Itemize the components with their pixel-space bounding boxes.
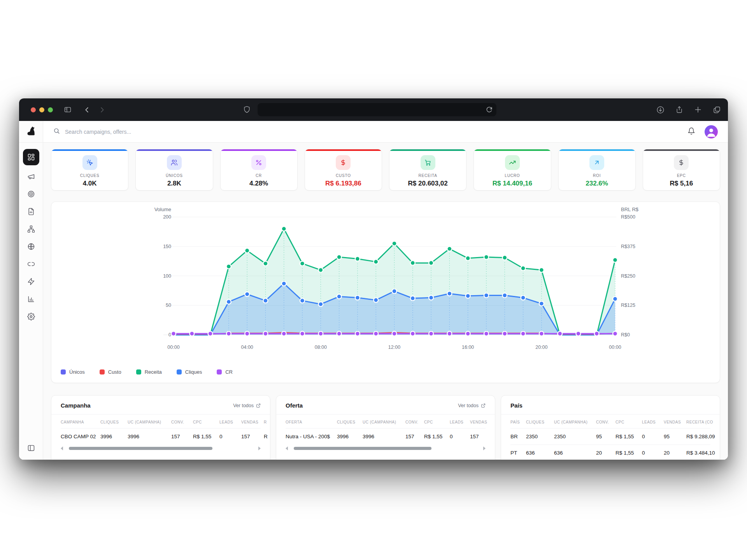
forward-icon[interactable] [98, 106, 106, 114]
kpi-accent-bar [474, 149, 551, 151]
scrollbar-track[interactable] [65, 447, 256, 450]
close-button[interactable] [31, 107, 36, 112]
table-row[interactable]: PT63663620R$ 1,55020R$ 3.484,10 [510, 445, 710, 460]
table-title: Oferta [286, 402, 303, 409]
sidebar-item-hierarchy[interactable] [25, 223, 37, 235]
svg-text:R$0: R$0 [621, 332, 630, 338]
panel-left-icon[interactable] [27, 444, 35, 453]
table-row[interactable]: Nutra - USA - 200$39963996157R$ 1,550157 [286, 429, 486, 444]
zoom-button[interactable] [48, 107, 53, 112]
shield-icon[interactable] [243, 106, 251, 113]
target-icon [27, 190, 35, 198]
table-row[interactable]: CBO CAMP 0239963996157R$ 1,550157R [61, 429, 261, 444]
svg-text:Volume: Volume [154, 206, 171, 212]
table-row[interactable]: BR2350235095R$ 1,55095R$ 9.288,09 [510, 429, 710, 445]
sidebar-item-globe[interactable] [25, 240, 37, 253]
bell-icon[interactable] [687, 127, 695, 136]
kpi-card-roi[interactable]: ROI232.6% [558, 149, 636, 191]
kpi-card-lucro[interactable]: LUCROR$ 14.409,16 [473, 149, 551, 191]
reload-icon[interactable] [486, 106, 493, 113]
avatar[interactable] [705, 125, 718, 138]
app-logo[interactable] [19, 121, 43, 143]
ver-todos-link[interactable]: Ver todos [458, 403, 486, 408]
legend-item[interactable]: Únicos [61, 369, 85, 375]
legend-item[interactable]: Custo [100, 369, 121, 375]
svg-text:0: 0 [168, 332, 171, 338]
users-icon [167, 155, 182, 170]
kpi-card-cr[interactable]: CR4.28% [220, 149, 298, 191]
scroll-right-arrow[interactable] [483, 446, 486, 450]
scroll-left-arrow[interactable] [61, 446, 63, 450]
sidebar-item-dashboard[interactable] [23, 149, 39, 165]
kpi-card-epc[interactable]: EPCR$ 5,16 [643, 149, 720, 191]
download-icon[interactable] [656, 106, 665, 114]
table-cell: R$ 1,55 [615, 429, 642, 444]
tab-overview-icon[interactable] [713, 106, 721, 114]
sidebar-toggle-icon[interactable] [64, 106, 72, 114]
legend-item[interactable]: Receita [136, 369, 162, 375]
file-code-icon [27, 208, 35, 215]
kpi-card-cliques[interactable]: CLIQUES4.0K [51, 149, 128, 191]
table-cell: Nutra - USA - 200$ [286, 429, 337, 444]
dog-logo-icon [26, 126, 36, 138]
table-cell: 0 [219, 429, 241, 444]
table-header-row: CAMPANHACLIQUESUC (CAMPANHA)CONV.CPCLEAD… [61, 415, 261, 429]
search-box[interactable] [53, 128, 687, 136]
legend-item[interactable]: CR [217, 369, 233, 375]
sidebar-item-bar-chart[interactable] [25, 293, 37, 305]
trending-up-icon [505, 155, 520, 170]
share-icon[interactable] [675, 106, 683, 114]
ver-todos-label: Ver todos [458, 403, 479, 408]
table-cell: 157 [241, 429, 264, 444]
kpi-accent-bar [136, 149, 212, 151]
zap-icon [27, 278, 35, 285]
scroll-right-arrow[interactable] [258, 446, 261, 450]
kpi-card-custo[interactable]: CUSTOR$ 6.193,86 [305, 149, 382, 191]
ver-todos-label: Ver todos [233, 403, 254, 408]
scrollbar-thumb[interactable] [294, 447, 431, 450]
search-input[interactable] [64, 128, 228, 135]
megaphone-icon [27, 173, 35, 180]
kpi-label: LUCRO [505, 173, 520, 178]
external-link-icon [256, 403, 261, 408]
column-header: PAÍS [510, 415, 526, 428]
sidebar-nav [23, 149, 39, 323]
dashboard-content: CLIQUES4.0KÚNICOS2.8KCR4.28%CUSTOR$ 6.19… [43, 143, 728, 460]
external-link-icon [481, 403, 486, 408]
legend-item[interactable]: Cliques [177, 369, 202, 375]
minimize-button[interactable] [39, 107, 44, 112]
table-cell: R$ 1,55 [193, 429, 219, 444]
table-cell: R$ 1,55 [615, 445, 642, 460]
arrow-up-right-icon [589, 155, 604, 170]
svg-text:00:00: 00:00 [167, 345, 179, 350]
app-sidebar [19, 121, 43, 460]
column-header: VENDAS [470, 415, 493, 428]
sidebar-item-link[interactable] [25, 258, 37, 270]
back-icon[interactable] [83, 106, 91, 114]
horizontal-scrollbar[interactable] [286, 446, 486, 451]
sidebar-item-megaphone[interactable] [25, 170, 37, 183]
table-cell: 3996 [100, 429, 128, 444]
sidebar-item-file-code[interactable] [25, 205, 37, 218]
svg-text:R$250: R$250 [621, 273, 635, 279]
new-tab-icon[interactable] [694, 106, 702, 114]
sidebar-item-settings[interactable] [25, 310, 37, 323]
column-header: CONV. [171, 415, 193, 428]
table-cell: R$ 9.288,09 [686, 429, 720, 444]
kpi-value: 4.0K [83, 180, 97, 187]
sidebar-item-zap[interactable] [25, 275, 37, 288]
kpi-card-únicos[interactable]: ÚNICOS2.8K [135, 149, 213, 191]
scrollbar-thumb[interactable] [69, 447, 212, 450]
scroll-left-arrow[interactable] [286, 446, 288, 450]
table-cell: 2350 [526, 429, 554, 444]
table-cell: 157 [171, 429, 193, 444]
horizontal-scrollbar[interactable] [61, 446, 261, 451]
kpi-accent-bar [389, 149, 466, 151]
scrollbar-track[interactable] [290, 447, 481, 450]
column-header: CAMPANHA [61, 415, 100, 428]
kpi-card-receita[interactable]: RECEITAR$ 20.603,02 [389, 149, 466, 191]
kpi-row: CLIQUES4.0KÚNICOS2.8KCR4.28%CUSTOR$ 6.19… [51, 149, 720, 191]
ver-todos-link[interactable]: Ver todos [233, 403, 261, 408]
sidebar-item-target[interactable] [25, 188, 37, 200]
url-bar[interactable] [258, 103, 496, 116]
